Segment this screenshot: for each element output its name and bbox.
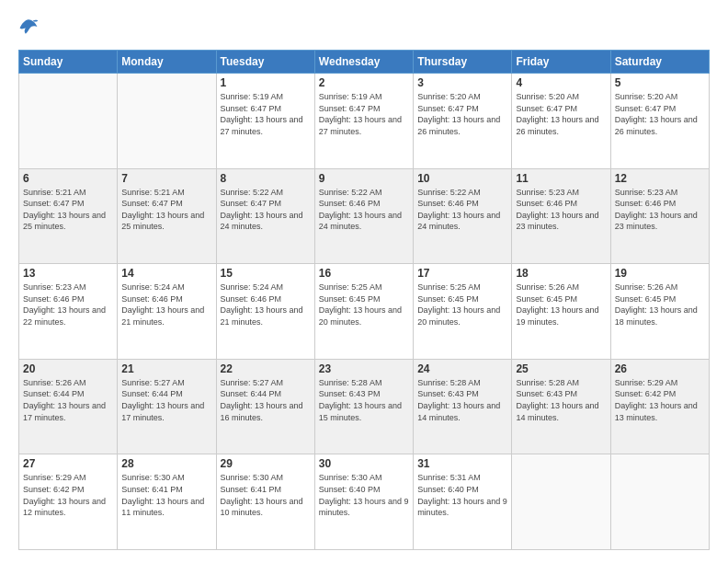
calendar-cell: 4Sunrise: 5:20 AMSunset: 6:47 PMDaylight… (512, 74, 610, 169)
calendar-cell: 16Sunrise: 5:25 AMSunset: 6:45 PMDayligh… (314, 264, 413, 360)
day-number: 6 (23, 172, 113, 185)
calendar-week-row: 20Sunrise: 5:26 AMSunset: 6:44 PMDayligh… (19, 359, 710, 454)
calendar-cell: 25Sunrise: 5:28 AMSunset: 6:43 PMDayligh… (512, 359, 610, 454)
day-info: Sunrise: 5:22 AMSunset: 6:47 PMDaylight:… (221, 187, 311, 233)
calendar-cell: 18Sunrise: 5:26 AMSunset: 6:45 PMDayligh… (512, 264, 610, 360)
calendar-cell: 26Sunrise: 5:29 AMSunset: 6:42 PMDayligh… (610, 359, 709, 454)
day-number: 4 (516, 76, 606, 89)
day-number: 23 (319, 362, 409, 375)
calendar-week-row: 13Sunrise: 5:23 AMSunset: 6:46 PMDayligh… (19, 264, 710, 360)
weekday-header-thursday: Thursday (414, 51, 512, 74)
day-info: Sunrise: 5:26 AMSunset: 6:45 PMDaylight:… (615, 282, 705, 327)
day-number: 21 (121, 362, 211, 375)
calendar-cell (512, 454, 610, 550)
calendar-cell: 27Sunrise: 5:29 AMSunset: 6:42 PMDayligh… (19, 454, 118, 550)
day-number: 22 (221, 362, 311, 375)
day-number: 18 (516, 267, 606, 280)
day-info: Sunrise: 5:25 AMSunset: 6:45 PMDaylight:… (319, 282, 409, 327)
day-number: 16 (319, 267, 409, 280)
bird-icon (18, 17, 39, 37)
calendar-cell: 19Sunrise: 5:26 AMSunset: 6:45 PMDayligh… (610, 264, 709, 360)
logo (18, 17, 42, 40)
day-number: 8 (221, 172, 311, 185)
calendar-cell: 20Sunrise: 5:26 AMSunset: 6:44 PMDayligh… (19, 359, 118, 454)
day-info: Sunrise: 5:27 AMSunset: 6:44 PMDaylight:… (221, 377, 311, 423)
day-info: Sunrise: 5:23 AMSunset: 6:46 PMDaylight:… (516, 187, 606, 233)
calendar-week-row: 27Sunrise: 5:29 AMSunset: 6:42 PMDayligh… (19, 454, 710, 550)
day-info: Sunrise: 5:30 AMSunset: 6:40 PMDaylight:… (319, 472, 409, 518)
day-info: Sunrise: 5:31 AMSunset: 6:40 PMDaylight:… (417, 472, 507, 518)
day-number: 28 (121, 457, 211, 470)
day-number: 20 (23, 362, 113, 375)
calendar-week-row: 1Sunrise: 5:19 AMSunset: 6:47 PMDaylight… (19, 74, 710, 169)
day-number: 15 (221, 267, 311, 280)
calendar-cell: 21Sunrise: 5:27 AMSunset: 6:44 PMDayligh… (118, 359, 216, 454)
day-info: Sunrise: 5:28 AMSunset: 6:43 PMDaylight:… (516, 377, 606, 423)
calendar-week-row: 6Sunrise: 5:21 AMSunset: 6:47 PMDaylight… (19, 168, 710, 264)
day-info: Sunrise: 5:20 AMSunset: 6:47 PMDaylight:… (615, 91, 705, 137)
calendar-cell: 3Sunrise: 5:20 AMSunset: 6:47 PMDaylight… (414, 74, 512, 169)
day-number: 9 (319, 172, 409, 185)
day-info: Sunrise: 5:30 AMSunset: 6:41 PMDaylight:… (221, 472, 311, 518)
weekday-header-wednesday: Wednesday (314, 51, 413, 74)
calendar-cell: 7Sunrise: 5:21 AMSunset: 6:47 PMDaylight… (118, 168, 216, 264)
calendar-cell: 31Sunrise: 5:31 AMSunset: 6:40 PMDayligh… (414, 454, 512, 550)
day-info: Sunrise: 5:26 AMSunset: 6:44 PMDaylight:… (23, 377, 113, 423)
day-number: 14 (121, 267, 211, 280)
header (18, 17, 710, 40)
calendar-cell: 1Sunrise: 5:19 AMSunset: 6:47 PMDaylight… (216, 74, 314, 169)
calendar-cell: 15Sunrise: 5:24 AMSunset: 6:46 PMDayligh… (216, 264, 314, 360)
day-info: Sunrise: 5:19 AMSunset: 6:47 PMDaylight:… (319, 91, 409, 137)
calendar-cell: 28Sunrise: 5:30 AMSunset: 6:41 PMDayligh… (118, 454, 216, 550)
day-info: Sunrise: 5:27 AMSunset: 6:44 PMDaylight:… (121, 377, 211, 423)
calendar-cell: 30Sunrise: 5:30 AMSunset: 6:40 PMDayligh… (314, 454, 413, 550)
day-number: 26 (615, 362, 705, 375)
calendar-table: SundayMondayTuesdayWednesdayThursdayFrid… (18, 50, 710, 550)
calendar-cell (19, 74, 118, 169)
day-number: 27 (23, 457, 113, 470)
calendar-cell (610, 454, 709, 550)
day-number: 1 (221, 76, 311, 89)
day-number: 7 (121, 172, 211, 185)
calendar-cell: 13Sunrise: 5:23 AMSunset: 6:46 PMDayligh… (19, 264, 118, 360)
day-number: 25 (516, 362, 606, 375)
day-number: 13 (23, 267, 113, 280)
calendar-cell: 24Sunrise: 5:28 AMSunset: 6:43 PMDayligh… (414, 359, 512, 454)
calendar-cell: 29Sunrise: 5:30 AMSunset: 6:41 PMDayligh… (216, 454, 314, 550)
calendar-cell (118, 74, 216, 169)
day-number: 30 (319, 457, 409, 470)
day-info: Sunrise: 5:22 AMSunset: 6:46 PMDaylight:… (319, 187, 409, 233)
day-info: Sunrise: 5:22 AMSunset: 6:46 PMDaylight:… (417, 187, 507, 233)
calendar-cell: 17Sunrise: 5:25 AMSunset: 6:45 PMDayligh… (414, 264, 512, 360)
day-info: Sunrise: 5:24 AMSunset: 6:46 PMDaylight:… (121, 282, 211, 327)
day-info: Sunrise: 5:24 AMSunset: 6:46 PMDaylight:… (221, 282, 311, 327)
day-number: 31 (417, 457, 507, 470)
day-info: Sunrise: 5:30 AMSunset: 6:41 PMDaylight:… (121, 472, 211, 518)
day-info: Sunrise: 5:25 AMSunset: 6:45 PMDaylight:… (417, 282, 507, 327)
calendar-cell: 11Sunrise: 5:23 AMSunset: 6:46 PMDayligh… (512, 168, 610, 264)
calendar-cell: 9Sunrise: 5:22 AMSunset: 6:46 PMDaylight… (314, 168, 413, 264)
calendar-cell: 12Sunrise: 5:23 AMSunset: 6:46 PMDayligh… (610, 168, 709, 264)
day-info: Sunrise: 5:26 AMSunset: 6:45 PMDaylight:… (516, 282, 606, 327)
day-number: 17 (417, 267, 507, 280)
day-info: Sunrise: 5:28 AMSunset: 6:43 PMDaylight:… (417, 377, 507, 423)
day-number: 2 (319, 76, 409, 89)
day-number: 12 (615, 172, 705, 185)
weekday-header-friday: Friday (512, 51, 610, 74)
day-info: Sunrise: 5:23 AMSunset: 6:46 PMDaylight:… (615, 187, 705, 233)
day-info: Sunrise: 5:20 AMSunset: 6:47 PMDaylight:… (417, 91, 507, 137)
calendar-cell: 5Sunrise: 5:20 AMSunset: 6:47 PMDaylight… (610, 74, 709, 169)
day-info: Sunrise: 5:29 AMSunset: 6:42 PMDaylight:… (23, 472, 113, 518)
day-number: 24 (417, 362, 507, 375)
day-info: Sunrise: 5:23 AMSunset: 6:46 PMDaylight:… (23, 282, 113, 327)
day-info: Sunrise: 5:20 AMSunset: 6:47 PMDaylight:… (516, 91, 606, 137)
day-number: 5 (615, 76, 705, 89)
weekday-header-tuesday: Tuesday (216, 51, 314, 74)
calendar-cell: 8Sunrise: 5:22 AMSunset: 6:47 PMDaylight… (216, 168, 314, 264)
day-number: 19 (615, 267, 705, 280)
day-info: Sunrise: 5:21 AMSunset: 6:47 PMDaylight:… (23, 187, 113, 233)
calendar-cell: 14Sunrise: 5:24 AMSunset: 6:46 PMDayligh… (118, 264, 216, 360)
calendar-cell: 2Sunrise: 5:19 AMSunset: 6:47 PMDaylight… (314, 74, 413, 169)
day-number: 10 (417, 172, 507, 185)
weekday-header-sunday: Sunday (19, 51, 118, 74)
